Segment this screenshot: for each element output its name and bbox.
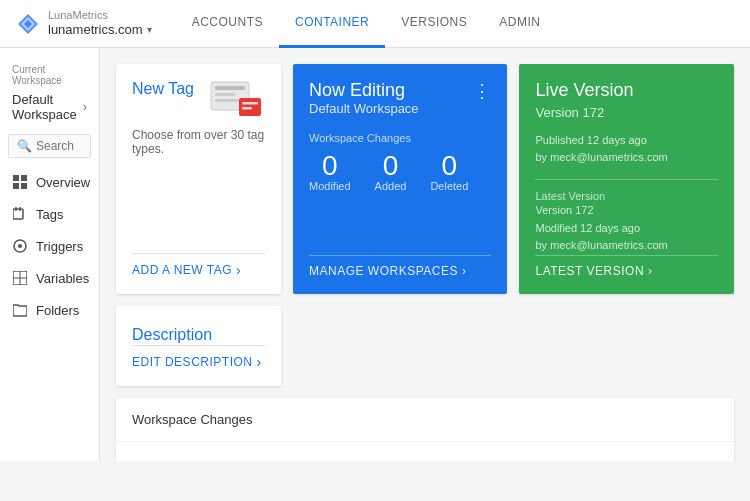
workspace-changes-body: This workspace has no changes. LEARN MOR… xyxy=(116,441,734,461)
deleted-count: 0 Deleted xyxy=(430,152,468,192)
manage-workspaces-link[interactable]: MANAGE WORKSPACES › xyxy=(309,255,491,278)
edit-description-link[interactable]: EDIT DESCRIPTION › xyxy=(132,345,265,370)
svg-point-11 xyxy=(18,244,22,248)
published-info: Published 12 days ago by meck@lunametric… xyxy=(535,132,718,165)
logo-area: LunaMetrics lunametrics.com ▾ xyxy=(16,9,152,38)
folders-icon xyxy=(12,302,28,318)
now-editing-title: Now Editing xyxy=(309,80,419,101)
now-editing-subtitle: Default Workspace xyxy=(309,101,419,116)
svg-rect-16 xyxy=(215,86,245,90)
search-icon: 🔍 xyxy=(17,139,32,153)
svg-rect-18 xyxy=(215,99,239,102)
add-new-tag-link[interactable]: ADD A NEW TAG › xyxy=(132,253,265,278)
new-tag-description: Choose from over 30 tag types. xyxy=(132,128,265,241)
sidebar-item-folders[interactable]: Folders xyxy=(0,294,99,326)
svg-rect-7 xyxy=(13,209,23,219)
description-title: Description xyxy=(132,322,265,345)
tag-shape-icon xyxy=(209,80,265,122)
svg-rect-3 xyxy=(13,175,19,181)
sidebar-item-overview[interactable]: Overview xyxy=(0,166,99,198)
sidebar-item-variables[interactable]: Variables xyxy=(0,262,99,294)
svg-rect-21 xyxy=(242,107,252,110)
overview-icon xyxy=(12,174,28,190)
tab-admin[interactable]: ADMIN xyxy=(483,0,556,48)
main-layout: Current Workspace Default Workspace › 🔍 … xyxy=(0,48,750,461)
divider xyxy=(535,179,718,180)
link-arrow-icon: › xyxy=(648,264,653,278)
latest-version-link[interactable]: LATEST VERSION › xyxy=(535,255,718,278)
logo-icon xyxy=(16,12,40,36)
brand-name: LunaMetrics xyxy=(48,9,152,22)
sidebar: Current Workspace Default Workspace › 🔍 … xyxy=(0,48,100,461)
search-box: 🔍 xyxy=(8,134,91,158)
link-arrow-icon: › xyxy=(236,262,241,278)
new-tag-card: New Tag Choose from over 30 tag types. A… xyxy=(116,64,281,294)
workspace-changes-label: Workspace Changes xyxy=(309,132,491,144)
search-input[interactable] xyxy=(36,139,82,153)
live-version-number: Version 172 xyxy=(535,105,718,120)
top-bar: LunaMetrics lunametrics.com ▾ ACCOUNTS C… xyxy=(0,0,750,48)
workspace-changes-header[interactable]: Workspace Changes xyxy=(116,398,734,441)
brand-domain[interactable]: lunametrics.com ▾ xyxy=(48,22,152,38)
description-card: Description EDIT DESCRIPTION › xyxy=(116,306,281,386)
svg-rect-6 xyxy=(21,183,27,189)
tab-container[interactable]: CONTAINER xyxy=(279,0,385,48)
workspace-label: Current Workspace xyxy=(0,56,99,88)
tab-versions[interactable]: VERSIONS xyxy=(385,0,483,48)
nav-tabs: ACCOUNTS CONTAINER VERSIONS ADMIN xyxy=(176,0,557,48)
cards-row: New Tag Choose from over 30 tag types. A… xyxy=(116,64,734,294)
triggers-icon xyxy=(12,238,28,254)
modified-count: 0 Modified xyxy=(309,152,351,192)
svg-rect-17 xyxy=(215,93,235,96)
brand-text: LunaMetrics lunametrics.com ▾ xyxy=(48,9,152,38)
live-version-title: Live Version xyxy=(535,80,718,101)
workspace-name-item[interactable]: Default Workspace › xyxy=(0,88,99,130)
variables-icon xyxy=(12,270,28,286)
link-arrow-icon: › xyxy=(256,354,261,370)
latest-version-info: Version 172 Modified 12 days ago by meck… xyxy=(535,202,718,255)
sidebar-item-triggers[interactable]: Triggers xyxy=(0,230,99,262)
latest-version-label: Latest Version xyxy=(535,190,718,202)
svg-rect-5 xyxy=(13,183,19,189)
more-options-button[interactable]: ⋮ xyxy=(473,80,491,102)
tab-accounts[interactable]: ACCOUNTS xyxy=(176,0,279,48)
workspace-changes-panel: Workspace Changes This workspace has no … xyxy=(116,398,734,461)
live-version-card: Live Version Version 172 Published 12 da… xyxy=(519,64,734,294)
changes-row: 0 Modified 0 Added 0 Deleted xyxy=(309,152,491,192)
svg-rect-4 xyxy=(21,175,27,181)
link-arrow-icon: › xyxy=(462,264,467,278)
domain-chevron: ▾ xyxy=(147,24,152,36)
tags-icon xyxy=(12,206,28,222)
content-area: New Tag Choose from over 30 tag types. A… xyxy=(100,48,750,461)
added-count: 0 Added xyxy=(375,152,407,192)
now-editing-card: Now Editing Default Workspace ⋮ Workspac… xyxy=(293,64,507,294)
new-tag-title: New Tag xyxy=(132,80,194,98)
svg-rect-20 xyxy=(242,102,258,105)
sidebar-item-tags[interactable]: Tags xyxy=(0,198,99,230)
workspace-chevron: › xyxy=(83,100,87,114)
